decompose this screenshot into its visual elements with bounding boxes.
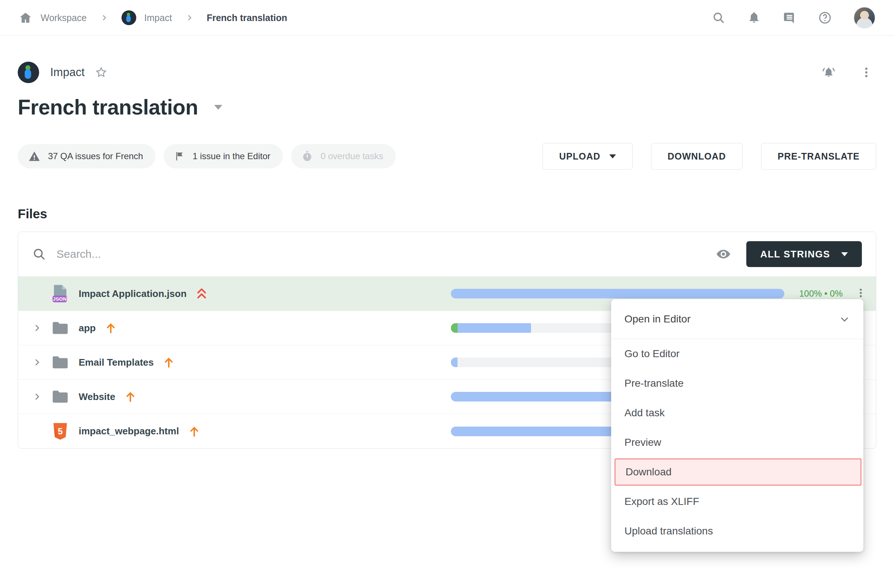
progress-segment-blue — [458, 323, 531, 333]
star-favorite-icon[interactable] — [95, 66, 107, 79]
menu-item-download[interactable]: Download — [615, 458, 861, 486]
priority-up-icon — [163, 357, 174, 368]
file-name: impact_webpage.html — [79, 425, 179, 437]
home-icon[interactable] — [18, 11, 33, 25]
folder-name: app — [79, 322, 96, 334]
help-icon[interactable] — [818, 11, 832, 25]
context-menu-header-label: Open in Editor — [624, 313, 690, 325]
svg-text:5: 5 — [57, 426, 62, 436]
priority-up-icon — [189, 425, 200, 437]
search-icon — [32, 247, 46, 261]
upload-button[interactable]: UPLOAD — [542, 143, 633, 169]
menu-item-preview[interactable]: Preview — [611, 428, 863, 457]
messages-icon[interactable] — [782, 11, 796, 25]
upload-caret-icon — [609, 154, 616, 159]
priority-up-icon — [125, 391, 136, 403]
files-section-heading: Files — [18, 207, 876, 221]
chevron-right-icon — [185, 14, 193, 22]
menu-item-add-task[interactable]: Add task — [611, 398, 863, 428]
filter-caret-icon — [841, 252, 848, 256]
json-file-icon: JSON — [51, 284, 69, 303]
qa-issues-badge-label: 37 QA issues for French — [48, 151, 143, 162]
status-and-actions-row: 37 QA issues for French 1 issue in the E… — [18, 143, 876, 169]
page-title-row: French translation — [18, 95, 876, 119]
warning-triangle-icon — [28, 150, 41, 163]
overdue-tasks-badge: 0 overdue tasks — [291, 144, 396, 168]
status-badges: 37 QA issues for French 1 issue in the E… — [18, 144, 396, 168]
upload-button-label: UPLOAD — [559, 151, 600, 162]
folder-name: Website — [79, 391, 115, 403]
menu-item-export-as-xliff[interactable]: Export as XLIFF — [611, 487, 863, 516]
context-menu-header-open-in-editor[interactable]: Open in Editor — [611, 299, 863, 339]
strings-filter-button[interactable]: ALL STRINGS — [746, 241, 862, 267]
progress-segment-blue — [451, 358, 458, 367]
menu-item-go-to-editor[interactable]: Go to Editor — [611, 339, 863, 369]
file-action-buttons: UPLOAD DOWNLOAD PRE-TRANSLATE — [542, 143, 876, 169]
strings-filter-label: ALL STRINGS — [760, 249, 830, 260]
files-search-row: ALL STRINGS — [18, 232, 876, 277]
search-icon[interactable] — [711, 11, 726, 25]
expand-chevron-icon[interactable] — [32, 323, 51, 333]
priority-up-icon — [105, 322, 116, 334]
file-context-menu: Open in Editor Go to Editor Pre-translat… — [611, 299, 863, 552]
folder-icon — [51, 321, 69, 335]
page: Workspace Impact French translation — [0, 0, 894, 588]
subscribe-bell-icon[interactable] — [822, 65, 836, 79]
page-title: French translation — [18, 95, 198, 119]
pre-translate-button-label: PRE-TRANSLATE — [778, 151, 860, 162]
topbar-actions — [711, 7, 876, 29]
pre-translate-button[interactable]: PRE-TRANSLATE — [761, 143, 876, 169]
progress-percent-label: 100% • 0% — [799, 289, 843, 299]
editor-issue-badge-label: 1 issue in the Editor — [192, 151, 270, 162]
visibility-eye-icon[interactable] — [716, 247, 731, 262]
project-logo-small — [121, 11, 136, 25]
expand-chevron-icon[interactable] — [32, 392, 51, 402]
top-navigation-bar: Workspace Impact French translation — [0, 0, 894, 36]
row-kebab-menu-icon[interactable] — [855, 287, 866, 300]
file-name: Impact Application.json — [79, 288, 186, 299]
progress-segment-blue — [451, 289, 784, 298]
translation-progress-bar — [451, 289, 784, 298]
folder-icon — [51, 355, 69, 369]
breadcrumb-workspace[interactable]: Workspace — [41, 12, 87, 23]
chevron-down-icon — [839, 314, 850, 325]
project-kebab-menu-icon[interactable] — [859, 65, 873, 79]
priority-high-icon — [196, 287, 207, 300]
stopwatch-icon — [301, 150, 313, 162]
project-logo — [18, 62, 39, 83]
flag-icon — [174, 151, 185, 162]
project-header: Impact — [18, 62, 876, 83]
editor-issue-badge[interactable]: 1 issue in the Editor — [163, 144, 283, 168]
breadcrumb-project[interactable]: Impact — [144, 12, 172, 23]
notifications-bell-icon[interactable] — [747, 11, 761, 25]
download-button[interactable]: DOWNLOAD — [651, 143, 743, 169]
breadcrumb-current-page: French translation — [207, 12, 287, 23]
project-name[interactable]: Impact — [50, 66, 85, 79]
files-search-input[interactable] — [56, 248, 716, 260]
user-avatar[interactable] — [853, 7, 876, 29]
html-file-icon: 5 — [51, 423, 69, 440]
overdue-tasks-badge-label: 0 overdue tasks — [320, 151, 383, 162]
expand-chevron-icon[interactable] — [32, 358, 51, 367]
folder-name: Email Templates — [79, 357, 154, 368]
progress-segment-green — [451, 323, 458, 333]
title-dropdown-caret-icon[interactable] — [214, 105, 222, 110]
project-header-actions — [822, 65, 876, 79]
chevron-right-icon — [100, 14, 108, 22]
menu-item-pre-translate[interactable]: Pre-translate — [611, 369, 863, 398]
breadcrumb: Workspace Impact French translation — [18, 11, 287, 25]
folder-icon — [51, 390, 69, 404]
svg-text:JSON: JSON — [53, 296, 66, 302]
qa-issues-badge[interactable]: 37 QA issues for French — [18, 144, 156, 168]
download-button-label: DOWNLOAD — [667, 151, 726, 162]
menu-item-upload-translations[interactable]: Upload translations — [611, 516, 863, 546]
